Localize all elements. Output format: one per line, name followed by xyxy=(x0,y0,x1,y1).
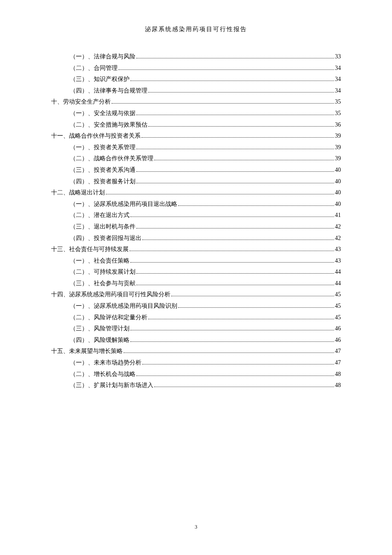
toc-entry-page: 42 xyxy=(335,221,341,233)
toc-entry-page: 46 xyxy=(335,323,341,335)
toc-leader-dots xyxy=(130,251,334,251)
toc-entry-page: 44 xyxy=(335,278,341,289)
toc-leader-dots xyxy=(106,194,334,194)
toc-entry[interactable]: （二）、增长机会与战略48 xyxy=(51,369,341,380)
toc-entry[interactable]: （一）、社会责任策略43 xyxy=(51,255,341,267)
toc-leader-dots xyxy=(136,273,334,274)
toc-entry-page: 42 xyxy=(335,233,341,244)
toc-entry-label: （三）、投资者关系沟通 xyxy=(70,165,135,176)
toc-entry-page: 35 xyxy=(335,108,341,119)
toc-entry-label: （一）、未来市场趋势分析 xyxy=(70,357,141,369)
toc-entry-label: （一）、法律合规与风险 xyxy=(70,51,135,63)
toc-entry[interactable]: （二）、合同管理34 xyxy=(51,63,341,74)
toc-leader-dots xyxy=(118,69,334,70)
toc-leader-dots xyxy=(136,149,334,149)
toc-entry-page: 34 xyxy=(335,63,341,74)
toc-entry-label: （二）、增长机会与战略 xyxy=(70,369,135,380)
toc-entry-page: 46 xyxy=(335,335,341,346)
toc-entry-page: 33 xyxy=(335,51,341,63)
toc-entry-page: 48 xyxy=(335,380,341,391)
toc-entry[interactable]: （二）、风险评估和定量分析45 xyxy=(51,312,341,324)
toc-entry-label: （三）、社会参与与贡献 xyxy=(70,278,135,289)
toc-entry-label: （二）、合同管理 xyxy=(70,63,118,74)
toc-leader-dots xyxy=(178,307,334,308)
toc-entry[interactable]: （一）、安全法规与依据35 xyxy=(51,108,341,119)
toc-entry[interactable]: （四）、投资者服务计划40 xyxy=(51,176,341,188)
toc-entry-label: （二）、战略合作伙伴关系管理 xyxy=(70,153,153,165)
toc-leader-dots xyxy=(142,240,334,240)
toc-leader-dots xyxy=(136,58,334,58)
toc-entry[interactable]: （三）、社会参与与贡献44 xyxy=(51,278,341,289)
toc-entry[interactable]: （二）、安全措施与效果预估36 xyxy=(51,119,341,131)
toc-entry[interactable]: （一）、泌尿系统感染用药项目风险识别45 xyxy=(51,301,341,312)
toc-entry[interactable]: （三）、退出时机与条件42 xyxy=(51,221,341,233)
page-header: 泌尿系统感染用药项目可行性报告 xyxy=(51,26,341,33)
toc-leader-dots xyxy=(154,160,334,160)
toc-entry-label: （三）、风险管理计划 xyxy=(70,323,130,335)
toc-entry[interactable]: （一）、法律合规与风险33 xyxy=(51,51,341,63)
toc-entry-label: 十、劳动安全生产分析 xyxy=(51,96,111,108)
toc-entry[interactable]: （三）、知识产权保护34 xyxy=(51,74,341,85)
toc-entry[interactable]: 十、劳动安全生产分析35 xyxy=(51,96,341,108)
toc-entry[interactable]: 十五、未来展望与增长策略47 xyxy=(51,346,341,357)
toc-entry[interactable]: （四）、风险缓解策略46 xyxy=(51,335,341,346)
toc-entry-page: 36 xyxy=(335,119,341,131)
toc-entry-page: 43 xyxy=(335,244,341,255)
toc-entry[interactable]: （二）、潜在退出方式41 xyxy=(51,210,341,221)
toc-entry-page: 47 xyxy=(335,346,341,357)
toc-entry-page: 47 xyxy=(335,357,341,369)
toc-leader-dots xyxy=(112,103,334,104)
toc-entry-page: 35 xyxy=(335,96,341,108)
toc-entry-label: （一）、社会责任策略 xyxy=(70,255,130,267)
toc-leader-dots xyxy=(130,81,334,81)
toc-entry-page: 39 xyxy=(335,142,341,153)
toc-entry[interactable]: 十二、战略退出计划40 xyxy=(51,187,341,199)
toc-entry-page: 45 xyxy=(335,312,341,324)
toc-entry[interactable]: （三）、风险管理计划46 xyxy=(51,323,341,335)
toc-entry[interactable]: （四）、投资者回报与退出42 xyxy=(51,233,341,244)
toc-entry[interactable]: （三）、扩展计划与新市场进入48 xyxy=(51,380,341,391)
toc-entry[interactable]: 十三、社会责任与可持续发展43 xyxy=(51,244,341,255)
table-of-contents: （一）、法律合规与风险33（二）、合同管理34（三）、知识产权保护34（四）、法… xyxy=(51,51,341,391)
toc-leader-dots xyxy=(178,205,334,206)
toc-leader-dots xyxy=(148,92,334,92)
toc-leader-dots xyxy=(136,376,334,376)
toc-entry[interactable]: 十四、泌尿系统感染用药项目可行性风险分析45 xyxy=(51,289,341,301)
page-number: 3 xyxy=(0,524,392,530)
toc-entry[interactable]: （二）、战略合作伙伴关系管理39 xyxy=(51,153,341,165)
toc-entry-label: （三）、退出时机与条件 xyxy=(70,221,135,233)
toc-entry-label: （四）、投资者服务计划 xyxy=(70,176,135,188)
toc-leader-dots xyxy=(171,296,334,296)
toc-leader-dots xyxy=(124,353,334,353)
toc-leader-dots xyxy=(141,137,334,138)
toc-entry-label: （一）、投资者关系管理 xyxy=(70,142,135,153)
toc-entry-label: （二）、风险评估和定量分析 xyxy=(70,312,147,324)
toc-entry-label: 十五、未来展望与增长策略 xyxy=(51,346,123,357)
toc-leader-dots xyxy=(136,285,334,285)
toc-entry[interactable]: 十一、战略合作伙伴与投资者关系39 xyxy=(51,130,341,142)
toc-entry-label: 十三、社会责任与可持续发展 xyxy=(51,244,129,255)
toc-leader-dots xyxy=(130,262,334,263)
toc-entry[interactable]: （四）、法律事务与合规管理34 xyxy=(51,85,341,97)
toc-leader-dots xyxy=(148,319,334,319)
toc-entry[interactable]: （一）、未来市场趋势分析47 xyxy=(51,357,341,369)
toc-entry-label: （二）、可持续发展计划 xyxy=(70,266,135,278)
toc-entry-label: 十一、战略合作伙伴与投资者关系 xyxy=(51,130,141,142)
toc-entry-label: （一）、泌尿系统感染用药项目风险识别 xyxy=(70,301,177,312)
toc-entry-label: （二）、安全措施与效果预估 xyxy=(70,119,147,131)
toc-leader-dots xyxy=(130,330,334,330)
toc-entry[interactable]: （二）、可持续发展计划44 xyxy=(51,266,341,278)
toc-entry-page: 45 xyxy=(335,301,341,312)
toc-leader-dots xyxy=(136,115,334,115)
toc-leader-dots xyxy=(130,341,334,342)
toc-leader-dots xyxy=(142,364,334,364)
toc-entry-label: （一）、安全法规与依据 xyxy=(70,108,135,119)
toc-entry[interactable]: （一）、泌尿系统感染用药项目退出战略40 xyxy=(51,199,341,210)
toc-entry[interactable]: （一）、投资者关系管理39 xyxy=(51,142,341,153)
toc-leader-dots xyxy=(130,217,334,217)
toc-entry-label: （四）、法律事务与合规管理 xyxy=(70,85,147,97)
toc-entry-page: 45 xyxy=(335,289,341,301)
toc-entry-label: （四）、风险缓解策略 xyxy=(70,335,130,346)
toc-leader-dots xyxy=(136,183,334,183)
toc-entry[interactable]: （三）、投资者关系沟通40 xyxy=(51,165,341,176)
